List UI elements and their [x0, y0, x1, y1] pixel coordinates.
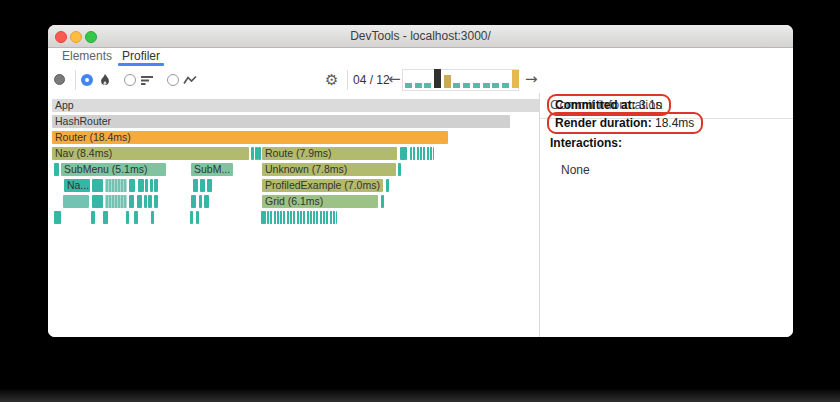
- tab-elements[interactable]: Elements: [62, 48, 112, 66]
- flame-bar[interactable]: [207, 179, 212, 192]
- flame-bar[interactable]: [193, 179, 198, 192]
- ranked-chart-radio[interactable]: [124, 74, 136, 86]
- snapshot-bar-9[interactable]: [483, 83, 490, 88]
- render-duration-label: Render duration:: [555, 116, 652, 130]
- flame-bar[interactable]: [54, 211, 61, 224]
- tab-profiler-label: Profiler: [122, 49, 160, 63]
- flame-bar[interactable]: [386, 179, 389, 192]
- interactions-icon[interactable]: [183, 73, 197, 87]
- snapshot-bar-11[interactable]: [502, 83, 509, 88]
- flame-bar-na[interactable]: Na...: [64, 179, 90, 192]
- flame-bar[interactable]: [138, 179, 144, 192]
- flame-bar[interactable]: [400, 147, 407, 160]
- snapshot-bar-10[interactable]: [492, 83, 499, 88]
- flame-bar-hashrouter[interactable]: HashRouter: [52, 115, 510, 128]
- snapshot-bar-8[interactable]: [473, 83, 480, 88]
- tab-bar: Elements Profiler: [48, 48, 793, 66]
- flame-bar[interactable]: [54, 163, 59, 176]
- flame-bar[interactable]: [129, 195, 134, 208]
- snapshot-bar-5[interactable]: [444, 75, 451, 88]
- previous-snapshot-arrow[interactable]: ←: [388, 66, 401, 94]
- titlebar: DevTools - localhost:3000/: [48, 25, 793, 48]
- flame-bar[interactable]: [145, 179, 148, 192]
- flame-icon[interactable]: [98, 73, 112, 87]
- toolbar-divider: [75, 70, 76, 90]
- flame-bar[interactable]: [191, 195, 196, 208]
- flame-bar-app[interactable]: App: [52, 99, 540, 112]
- tab-profiler[interactable]: Profiler: [122, 48, 160, 66]
- flame-bar[interactable]: [267, 211, 337, 224]
- settings-gear-icon[interactable]: ⚙: [325, 66, 338, 94]
- flame-bar[interactable]: [92, 179, 103, 192]
- flame-bar[interactable]: [151, 211, 154, 224]
- flame-bar[interactable]: [105, 179, 127, 192]
- flame-bar-router184ms[interactable]: Router (18.4ms): [52, 131, 448, 144]
- committed-at-label: Committed at:: [555, 98, 636, 112]
- profiler-toolbar: ⚙ 04 / 12 ← →: [48, 66, 793, 95]
- snapshot-counter: 04 / 12: [353, 66, 390, 94]
- flame-bar-grid61ms[interactable]: Grid (6.1ms): [262, 195, 378, 208]
- flame-bar[interactable]: [381, 195, 384, 208]
- snapshot-bar-4-selected[interactable]: [434, 69, 441, 88]
- flame-bar[interactable]: [200, 179, 205, 192]
- interactions-radio[interactable]: [167, 74, 179, 86]
- flame-chart-radio[interactable]: [81, 74, 93, 86]
- content-area: AppHashRouterRouter (18.4ms)Nav (8.4ms)R…: [48, 93, 793, 337]
- flame-bar[interactable]: [129, 179, 135, 192]
- flame-bar[interactable]: [144, 195, 147, 208]
- shadow-fade: [0, 388, 840, 402]
- toolbar-divider: [347, 70, 348, 90]
- flame-bar-nav84ms[interactable]: Nav (8.4ms): [52, 147, 249, 160]
- flame-bar-profiledexample70ms[interactable]: ProfiledExample (7.0ms): [262, 179, 383, 192]
- flame-bar[interactable]: [126, 211, 129, 224]
- commit-info-panel: Commit information Committed at: 3.1s Re…: [539, 93, 793, 337]
- screenshot-background: DevTools - localhost:3000/ Elements Prof…: [0, 0, 840, 402]
- flame-bar[interactable]: [196, 211, 199, 224]
- snapshot-bar-6[interactable]: [453, 83, 460, 88]
- interactions-value: None: [561, 163, 590, 177]
- flame-bar[interactable]: [105, 195, 127, 208]
- flame-bar[interactable]: [154, 195, 158, 208]
- flame-bar[interactable]: [261, 211, 266, 224]
- snapshot-bar-3[interactable]: [424, 83, 431, 88]
- render-duration-value: 18.4ms: [655, 116, 694, 130]
- flame-bar-route79ms[interactable]: Route (7.9ms): [262, 147, 397, 160]
- flame-bar[interactable]: [204, 195, 209, 208]
- flame-bar[interactable]: [410, 147, 434, 160]
- flame-bar[interactable]: [134, 211, 138, 224]
- record-button[interactable]: [54, 74, 65, 85]
- next-snapshot-arrow[interactable]: →: [525, 66, 538, 94]
- snapshot-bar-2[interactable]: [415, 83, 422, 88]
- interactions-label: Interactions:: [550, 136, 622, 150]
- flame-bar[interactable]: [398, 163, 401, 176]
- flame-bar[interactable]: [258, 147, 261, 160]
- flame-bar[interactable]: [92, 195, 103, 208]
- flame-bar-submenu51ms[interactable]: SubMenu (5.1ms): [61, 163, 166, 176]
- flame-bar-subm[interactable]: SubM...: [191, 163, 233, 176]
- snapshot-bar-7[interactable]: [463, 83, 470, 88]
- flame-bar[interactable]: [148, 195, 152, 208]
- flame-bar[interactable]: [150, 179, 153, 192]
- flame-bar[interactable]: [251, 147, 254, 160]
- ranked-chart-icon[interactable]: [140, 73, 154, 87]
- snapshot-selector[interactable]: [402, 69, 519, 91]
- window-title: DevTools - localhost:3000/: [48, 25, 793, 47]
- flame-bar[interactable]: [190, 211, 193, 224]
- render-duration-annotation: Render duration: 18.4ms: [547, 112, 703, 134]
- flame-chart: AppHashRouterRouter (18.4ms)Nav (8.4ms)R…: [48, 93, 539, 337]
- flame-bar[interactable]: [137, 195, 142, 208]
- committed-at-value: 3.1s: [639, 98, 662, 112]
- snapshot-bar-12[interactable]: [512, 70, 519, 88]
- flame-bar-unknown78ms[interactable]: Unknown (7.8ms): [262, 163, 396, 176]
- flame-bar[interactable]: [103, 211, 108, 224]
- flame-bar[interactable]: [63, 195, 89, 208]
- devtools-window: DevTools - localhost:3000/ Elements Prof…: [48, 25, 793, 337]
- snapshot-bar-1[interactable]: [405, 83, 412, 88]
- flame-bar[interactable]: [199, 195, 202, 208]
- flame-bar[interactable]: [91, 211, 95, 224]
- flame-bar[interactable]: [154, 179, 158, 192]
